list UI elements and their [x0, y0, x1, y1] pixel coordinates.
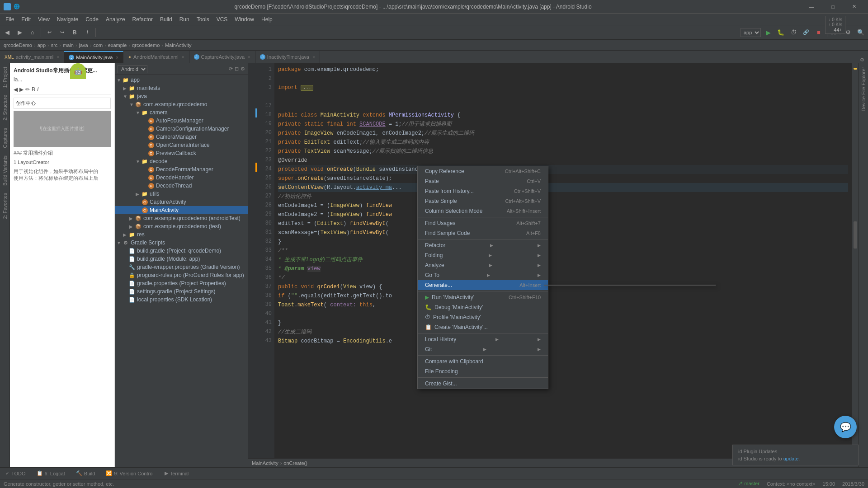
tree-item-build-gradle-app[interactable]: ▶ 📄 build.gradle (Module: app) [115, 255, 248, 263]
tab-close-mainactivity[interactable]: × [116, 55, 118, 60]
ctx-git[interactable]: Git ▶ [418, 344, 548, 354]
import-folded[interactable]: ... [301, 85, 313, 91]
tree-item-gradle-properties[interactable]: ▶ 📄 gradle.properties (Project Propertie… [115, 279, 248, 287]
notification-update-link[interactable]: update [783, 456, 799, 461]
breadcrumb-qrcodedemo2[interactable]: qrcodedemo [132, 42, 160, 48]
menu-analyze[interactable]: Analyze [102, 15, 129, 24]
bottom-tab-logcat[interactable]: 📋 6: Logcat [31, 469, 71, 478]
tab-androidmanifest[interactable]: ✦ AndroidManifest.xml × [123, 51, 189, 63]
tree-item-package-androidtest[interactable]: ▶ 📦 com.example.qrcodedemo (androidTest) [115, 214, 248, 222]
scroll-thumb[interactable] [854, 221, 857, 249]
ctx-create-gist[interactable]: Create Gist... [418, 379, 548, 389]
maximize-button[interactable]: □ [823, 0, 843, 14]
menu-help[interactable]: Help [258, 15, 276, 24]
menu-window[interactable]: Window [231, 15, 258, 24]
ctx-analyze[interactable]: Analyze ▶ [418, 260, 548, 270]
blog-italic-btn[interactable]: I [37, 86, 38, 93]
search-everywhere-button[interactable]: 🔍 [855, 27, 866, 38]
breadcrumb-src[interactable]: src [51, 42, 58, 48]
tree-item-package-main[interactable]: ▼ 📦 com.example.qrcodedemo [115, 100, 248, 108]
menu-tools[interactable]: Tools [193, 15, 213, 24]
stop-button[interactable]: ■ [813, 27, 824, 38]
tab-close-androidmanifest[interactable]: × [182, 55, 184, 60]
ctx-find-usages[interactable]: Find Usages Alt+Shift+7 [418, 218, 548, 228]
ctx-compare-clipboard[interactable]: Compare with Clipboard [418, 357, 548, 366]
blog-fwd-btn[interactable]: ▶ [19, 86, 24, 93]
method-breadcrumb-oncreate[interactable]: onCreate() [283, 460, 307, 466]
ctx-paste-history[interactable]: Paste from History... Ctrl+Shift+V [418, 186, 548, 196]
ctx-profile[interactable]: ⏱ Profile 'MainActivity' [418, 312, 548, 322]
run-button[interactable]: ▶ [763, 27, 774, 38]
tab-mainactivity-java[interactable]: J MainActivity.java × [64, 51, 123, 63]
project-view-select[interactable]: Android Project [118, 65, 147, 73]
tree-item-cameraconfigmanager[interactable]: ▶ C CameraConfigurationManager [115, 125, 248, 133]
tree-item-autofocus[interactable]: ▶ C AutoFocusManager [115, 117, 248, 125]
breadcrumb-qrcodedemo[interactable]: qrcodeDemo [4, 42, 32, 48]
gear-icon[interactable]: ⚙ [241, 66, 245, 72]
tree-item-settings-gradle[interactable]: ▶ 📄 settings.gradle (Project Settings) [115, 287, 248, 296]
ctx-generate[interactable]: Generate... Alt+Insert [418, 280, 548, 290]
tree-item-previewcallback[interactable]: ▶ C PreviewCallback [115, 149, 248, 157]
breadcrumb-app[interactable]: app [38, 42, 46, 48]
menu-run[interactable]: Run [176, 15, 193, 24]
bold-button[interactable]: B [69, 27, 80, 38]
menu-file[interactable]: File [2, 15, 18, 24]
ctx-column-mode[interactable]: Column Selection Mode Alt+Shift+Insert [418, 206, 548, 216]
ctx-paste-simple[interactable]: Paste Simple Ctrl+Alt+Shift+V [418, 196, 548, 206]
sidebar-tab-favorites[interactable]: 2: Favorites [1, 189, 9, 222]
status-git-branch[interactable]: ⎇ master [737, 481, 760, 487]
tree-item-app[interactable]: ▼ 📁 app [115, 76, 248, 84]
tree-item-proguard[interactable]: ▶ 🔒 proguard-rules.pro (ProGuard Rules f… [115, 271, 248, 279]
close-button[interactable]: ✕ [844, 0, 864, 14]
tree-item-gradle-wrapper[interactable]: ▶ 🔧 gradle-wrapper.properties (Gradle Ve… [115, 263, 248, 271]
tree-item-opencamerainterface[interactable]: ▶ C OpenCameraInterface [115, 141, 248, 149]
breadcrumb-main[interactable]: main [63, 42, 74, 48]
breadcrumb-java[interactable]: java [79, 42, 88, 48]
tree-item-package-test[interactable]: ▶ 📦 com.example.qrcodedemo (test) [115, 222, 248, 230]
ctx-file-encoding[interactable]: File Encoding [418, 366, 548, 376]
undo-button[interactable]: ↩ [44, 27, 55, 38]
blog-back-btn[interactable]: ◀ [14, 86, 18, 93]
tree-item-res[interactable]: ▶ 📁 res [115, 230, 248, 239]
tree-item-local-properties[interactable]: ▶ 📄 local.properties (SDK Location) [115, 296, 248, 304]
ctx-copy-reference[interactable]: Copy Reference Ctrl+Alt+Shift+C [418, 166, 548, 176]
tree-item-cameramanager[interactable]: ▶ C CameraManager [115, 133, 248, 141]
tab-settings-icon[interactable]: ⚙ [860, 57, 864, 63]
sidebar-tab-captures[interactable]: Captures [1, 124, 9, 152]
tree-item-mainactivity[interactable]: ▶ C MainActivity [115, 206, 248, 214]
minimize-button[interactable]: — [802, 0, 822, 14]
code-content[interactable]: package com.example.qrcodedemo; import .… [274, 63, 852, 458]
method-breadcrumb-mainactivity[interactable]: MainActivity [252, 460, 278, 466]
breadcrumb-com[interactable]: com [93, 42, 103, 48]
breadcrumb-mainactivity[interactable]: MainActivity [165, 42, 192, 48]
ctx-paste[interactable]: Paste Ctrl+V [418, 176, 548, 186]
menu-edit[interactable]: Edit [18, 15, 34, 24]
ctx-create[interactable]: 📋 Create 'MainActivity'... [418, 322, 548, 332]
tab-close-captureactivity[interactable]: × [248, 55, 250, 60]
menu-refactor[interactable]: Refactor [129, 15, 156, 24]
tab-activity-main-xml[interactable]: XML activity_main.xml × [0, 51, 64, 63]
debug-button[interactable]: 🐛 [775, 27, 786, 38]
tab-captureactivity[interactable]: J CaptureActivity.java × [189, 51, 255, 63]
ctx-debug[interactable]: 🐛 Debug 'MainActivity' [418, 302, 548, 312]
home-button[interactable]: ⌂ [27, 27, 38, 38]
chat-icon[interactable]: 💬 [834, 416, 857, 438]
sync-icon[interactable]: ⟳ [229, 66, 233, 72]
menu-vcs[interactable]: VCS [213, 15, 231, 24]
redo-button[interactable]: ↪ [57, 27, 67, 38]
bottom-tab-vcs[interactable]: 🔀 9: Version Control [100, 469, 159, 478]
tree-item-decodeformatmanager[interactable]: ▶ C DecodeFormatManager [115, 165, 248, 174]
bottom-tab-todo[interactable]: ✓ TODO [0, 469, 31, 478]
tree-item-decodethread[interactable]: ▶ C DecodeThread [115, 182, 248, 190]
tree-item-camera[interactable]: ▼ 📁 camera [115, 108, 248, 117]
ctx-run[interactable]: ▶ Run 'MainActivity' Ctrl+Shift+F10 [418, 292, 548, 302]
menu-navigate[interactable]: Navigate [53, 15, 82, 24]
tab-close-activity-main[interactable]: × [57, 55, 59, 60]
tree-item-utils[interactable]: ▶ 📁 utils [115, 190, 248, 198]
tree-item-java[interactable]: ▼ 📁 java [115, 92, 248, 100]
collapse-icon[interactable]: ⊟ [235, 66, 239, 72]
tree-item-decodehandler[interactable]: ▶ C DecodeHandler [115, 174, 248, 182]
ctx-local-history[interactable]: Local History ▶ [418, 334, 548, 344]
editor-content[interactable]: 1 2 3 17 18 19 20 21 22 23 24 25 26 27 2… [248, 63, 858, 458]
italic-button[interactable]: I [82, 27, 93, 38]
